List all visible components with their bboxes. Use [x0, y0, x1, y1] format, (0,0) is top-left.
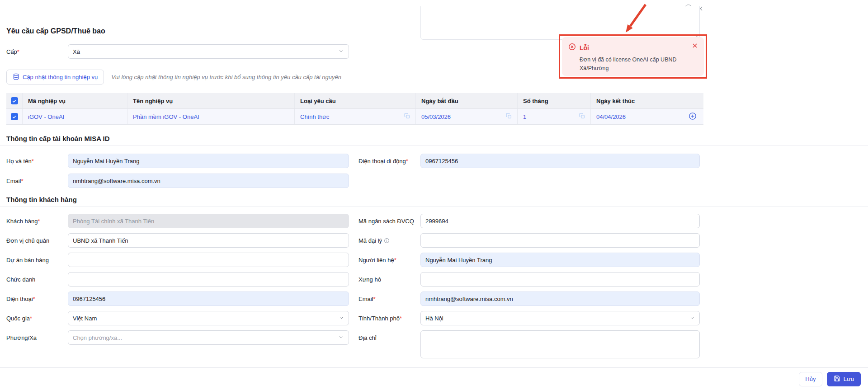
business-note: Vui lòng cập nhật thông tin nghiệp vụ tr… — [111, 74, 341, 80]
col-header-loai-yeu-cau[interactable]: Loại yêu cầu — [295, 93, 416, 108]
cap-label: Cấp — [6, 44, 68, 59]
quoc-gia-value: Việt Nam — [73, 315, 339, 322]
chevron-down-icon — [339, 48, 344, 55]
chuc-danh-label: Chức danh — [6, 272, 68, 287]
du-an-ban-hang-label: Dự án bán hàng — [6, 253, 68, 267]
table-row: iGOV - OneAI Phần mềm iGOV - OneAI Chính… — [6, 109, 703, 125]
cell-ten-nghiep-vu[interactable]: Phần mềm iGOV - OneAI — [127, 109, 295, 124]
customer-email-input[interactable] — [420, 291, 700, 306]
cell-ngay-bat-dau[interactable]: 05/03/2026 — [421, 113, 451, 120]
dien-thoai-input[interactable] — [68, 291, 349, 306]
misa-section-fields: Họ và tên Điện thoại di động Email — [6, 154, 868, 193]
cap-field-row: Cấp Xã — [6, 44, 349, 59]
info-icon — [384, 238, 390, 244]
ho-va-ten-label: Họ và tên — [6, 154, 68, 168]
cell-ma-nghiep-vu[interactable]: iGOV - OneAI — [23, 109, 127, 124]
dia-chi-label: Địa chỉ — [359, 330, 420, 345]
chuc-danh-input[interactable] — [68, 272, 349, 287]
customer-section-header: Thông tin khách hàng — [0, 196, 868, 207]
ma-ngan-sach-input[interactable] — [420, 214, 700, 228]
toast-title: Lỗi — [580, 44, 589, 52]
quoc-gia-select[interactable]: Việt Nam — [68, 311, 349, 325]
nguoi-lien-he-input[interactable] — [420, 253, 700, 267]
misa-section-header: Thông tin cấp tài khoản MISA ID — [0, 135, 868, 146]
database-icon — [13, 73, 19, 81]
customer-section-fields: Khách hàng Mã ngân sách ĐVCQ Đơn vị chủ … — [6, 214, 868, 363]
ma-dai-ly-input[interactable] — [420, 233, 700, 248]
col-header-ngay-ket-thuc[interactable]: Ngày kết thúc — [591, 93, 681, 108]
xung-ho-input[interactable] — [420, 272, 700, 287]
business-table: Mã nghiệp vụ Tên nghiệp vụ Loại yêu cầu … — [6, 93, 703, 125]
col-header-ten-nghiep-vu[interactable]: Tên nghiệp vụ — [127, 93, 295, 108]
tinh-thanh-pho-label: Tỉnh/Thành phố — [359, 311, 420, 325]
don-vi-chu-quan-input[interactable] — [68, 233, 349, 248]
copy-icon[interactable] — [506, 113, 512, 120]
add-row-icon[interactable] — [689, 112, 697, 122]
dien-thoai-di-dong-label: Điện thoại di động — [359, 154, 420, 168]
col-header-ma-nghiep-vu[interactable]: Mã nghiệp vụ — [23, 93, 127, 108]
chevron-down-icon — [339, 315, 344, 322]
misa-email-input[interactable] — [68, 174, 349, 188]
ho-va-ten-input[interactable] — [68, 154, 349, 168]
tinh-thanh-pho-value: Hà Nội — [425, 315, 689, 322]
save-button[interactable]: Lưu — [827, 372, 861, 386]
request-dialog: ? Yêu cầu cấp GPSD/Thuê bao Cấp Xã Cập n… — [0, 0, 868, 390]
customer-email-label: Email — [359, 291, 420, 306]
customer-section-title: Thông tin khách hàng — [6, 196, 77, 203]
cell-so-thang[interactable]: 1 — [523, 113, 526, 120]
update-business-info-button[interactable]: Cập nhật thông tin nghiệp vụ — [6, 70, 104, 85]
table-header-row: Mã nghiệp vụ Tên nghiệp vụ Loại yêu cầu … — [6, 93, 703, 109]
chevron-down-icon — [339, 334, 344, 341]
cap-value: Xã — [73, 48, 339, 55]
khach-hang-input[interactable] — [68, 214, 349, 228]
copy-icon[interactable] — [579, 113, 585, 120]
khach-hang-label: Khách hàng — [6, 214, 68, 228]
save-button-label: Lưu — [844, 376, 854, 382]
ma-dai-ly-label: Mã đại lý — [359, 233, 420, 248]
error-toast: Lỗi Đơn vị đã có license OneAI cấp UBND … — [562, 37, 704, 76]
copy-icon[interactable] — [404, 113, 410, 120]
update-business-info-label: Cập nhật thông tin nghiệp vụ — [23, 74, 98, 80]
misa-section-title: Thông tin cấp tài khoản MISA ID — [6, 135, 110, 142]
nguoi-lien-he-label: Người liên hệ — [359, 253, 420, 267]
toast-message: Đơn vị đã có license OneAI cấp UBND Xã/P… — [580, 56, 696, 73]
phuong-xa-label: Phường/Xã — [6, 330, 68, 345]
error-circle-icon — [568, 43, 576, 52]
annotation-rectangle: Lỗi Đơn vị đã có license OneAI cấp UBND … — [559, 34, 707, 79]
cell-loai-yeu-cau[interactable]: Chính thức — [300, 113, 329, 120]
dien-thoai-di-dong-input[interactable] — [420, 154, 700, 168]
cell-ngay-ket-thuc[interactable]: 04/04/2026 — [591, 109, 681, 124]
save-icon — [834, 375, 840, 383]
toast-close-icon[interactable] — [692, 42, 698, 51]
dien-thoai-label: Điện thoại — [6, 291, 68, 306]
cancel-button[interactable]: Hủy — [799, 372, 822, 386]
row-checkbox[interactable] — [11, 113, 18, 120]
don-vi-chu-quan-label: Đơn vị chủ quản — [6, 233, 68, 248]
business-bar: Cập nhật thông tin nghiệp vụ Vui lòng cậ… — [6, 70, 341, 85]
tinh-thanh-pho-select[interactable]: Hà Nội — [420, 311, 700, 325]
col-header-so-thang[interactable]: Số tháng — [518, 93, 591, 108]
quoc-gia-label: Quốc gia — [6, 311, 68, 325]
misa-email-label: Email — [6, 174, 68, 188]
page-title: Yêu cầu cấp GPSD/Thuê bao — [6, 27, 105, 35]
cap-select[interactable]: Xã — [68, 44, 349, 59]
xung-ho-label: Xưng hô — [359, 272, 420, 287]
select-all-checkbox[interactable] — [11, 97, 18, 104]
dia-chi-textarea[interactable] — [420, 330, 700, 358]
chevron-down-icon — [689, 315, 695, 322]
phuong-xa-select[interactable]: Chọn phường/xã... — [68, 330, 349, 345]
footer-bar: Hủy Lưu — [0, 367, 868, 390]
col-header-ngay-bat-dau[interactable]: Ngày bắt đầu — [416, 93, 518, 108]
du-an-ban-hang-input[interactable] — [68, 253, 349, 267]
ma-ngan-sach-label: Mã ngân sách ĐVCQ — [359, 214, 420, 228]
phuong-xa-placeholder: Chọn phường/xã... — [73, 334, 339, 341]
